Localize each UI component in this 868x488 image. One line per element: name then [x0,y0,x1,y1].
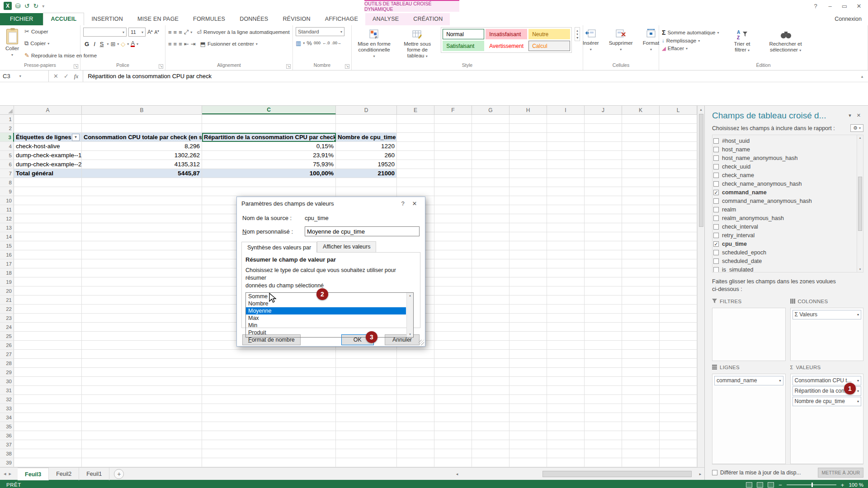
cell-L30[interactable] [660,377,697,386]
calc-option-min[interactable]: Min [246,322,406,329]
cell-H32[interactable] [509,395,547,404]
cell-K6[interactable] [622,160,660,169]
cell-F6[interactable] [434,160,472,169]
cell-K24[interactable] [622,323,660,332]
cell-F36[interactable] [434,431,472,440]
tab-summarize-values[interactable]: Synthèse des valeurs par [241,242,317,253]
cell-J8[interactable] [585,178,622,187]
cell-A33[interactable] [14,404,82,413]
cell-L28[interactable] [660,359,697,368]
gallery-scrollbar[interactable]: ▴▾▼ [575,27,580,41]
cell-I13[interactable] [547,223,585,232]
dialog-close-icon[interactable]: ✕ [409,200,420,207]
cell-B29[interactable] [82,368,202,377]
row-header-15[interactable]: 15 [0,241,14,250]
row-header-34[interactable]: 34 [0,413,14,422]
cell-A8[interactable] [14,178,82,187]
field-item-check_name_anonymous_hash[interactable]: check_name_anonymous_hash [713,179,856,188]
fill-handle[interactable] [334,140,336,142]
cell-B19[interactable] [82,277,202,286]
cell-style-neutre[interactable]: Neutre [528,29,570,39]
cell-J33[interactable] [585,404,622,413]
number-format-select[interactable]: Standard▾ [296,27,344,36]
cell-K7[interactable] [622,169,660,178]
cell-C5[interactable]: 23,91% [202,151,336,160]
chevron-down-icon[interactable]: ▾ [779,379,781,383]
cell-I12[interactable] [547,214,585,223]
cell-I10[interactable] [547,196,585,205]
row-header-9[interactable]: 9 [0,187,14,196]
cell-L19[interactable] [660,277,697,286]
cell-I18[interactable] [547,268,585,277]
cell-A11[interactable] [14,205,82,214]
cell-K28[interactable] [622,359,660,368]
vertical-scrollbar[interactable]: ▴ [697,106,704,467]
cell-L29[interactable] [660,368,697,377]
cell-B24[interactable] [82,323,202,332]
cell-B16[interactable] [82,250,202,259]
cell-E34[interactable] [397,413,434,422]
row-header-32[interactable]: 32 [0,395,14,404]
sheet-tab-feuil1[interactable]: Feuil1 [79,468,109,480]
cell-I21[interactable] [547,296,585,305]
cell-D35[interactable] [336,422,397,431]
cell-E30[interactable] [397,377,434,386]
field-item-cpu_time[interactable]: ✓cpu_time [713,239,856,248]
restore-icon[interactable]: ▭ [838,3,851,9]
cell-H9[interactable] [509,187,547,196]
collapse-formula-bar-icon[interactable]: ▴ [856,70,868,82]
ribbon-tab-affichage[interactable]: AFFICHAGE [318,13,365,25]
cell-H12[interactable] [509,214,547,223]
sheet-tab-feuil2[interactable]: Feuil2 [49,468,79,480]
decrease-indent-icon[interactable]: ⇤ [184,41,189,47]
cell-D9[interactable] [336,187,397,196]
field-checkbox-command_name_anonymous_hash[interactable] [713,198,719,204]
cell-J13[interactable] [585,223,622,232]
cell-F17[interactable] [434,259,472,268]
chevron-down-icon[interactable]: ▾ [857,399,859,404]
cell-E29[interactable] [397,368,434,377]
cell-F35[interactable] [434,422,472,431]
cell-G3[interactable] [472,133,509,142]
name-box[interactable]: C3▾ [0,70,49,82]
cell-B37[interactable] [82,440,202,449]
cell-G11[interactable] [472,205,509,214]
clipboard-dialog-launcher[interactable]: ↘ [74,64,78,69]
cell-D3[interactable]: Nombre de cpu_time [336,133,397,142]
cell-K4[interactable] [622,142,660,151]
cell-B28[interactable] [82,359,202,368]
cell-I33[interactable] [547,404,585,413]
cell-G23[interactable] [472,314,509,323]
cell-E5[interactable] [397,151,434,160]
field-item-command_name_anonymous_hash[interactable]: command_name_anonymous_hash [713,197,856,205]
cell-L12[interactable] [660,214,697,223]
select-all-corner[interactable] [0,106,14,114]
cell-K3[interactable] [622,133,660,142]
cell-J20[interactable] [585,286,622,296]
cell-J1[interactable] [585,115,622,124]
cell-K14[interactable] [622,232,660,241]
cell-E39[interactable] [397,458,434,467]
cell-E28[interactable] [397,359,434,368]
cell-H39[interactable] [509,458,547,467]
cell-F26[interactable] [434,341,472,350]
listbox-scrollbar[interactable]: ▴▾ [406,293,413,337]
cell-C1[interactable] [202,115,336,124]
cell-C36[interactable] [202,431,336,440]
column-header-A[interactable]: A [14,106,82,114]
cell-I2[interactable] [547,124,585,133]
align-center-icon[interactable]: ≡ [174,41,177,47]
confirm-entry-icon[interactable]: ✓ [64,73,69,80]
cell-C32[interactable] [202,395,336,404]
page-layout-view-icon[interactable] [757,482,763,488]
cell-H33[interactable] [509,404,547,413]
cell-F20[interactable] [434,286,472,296]
cell-E8[interactable] [397,178,434,187]
cell-I4[interactable] [547,142,585,151]
cell-H23[interactable] [509,314,547,323]
cell-H29[interactable] [509,368,547,377]
cell-D39[interactable] [336,458,397,467]
help-icon[interactable]: ? [809,3,822,9]
cell-H11[interactable] [509,205,547,214]
cell-I22[interactable] [547,305,585,314]
